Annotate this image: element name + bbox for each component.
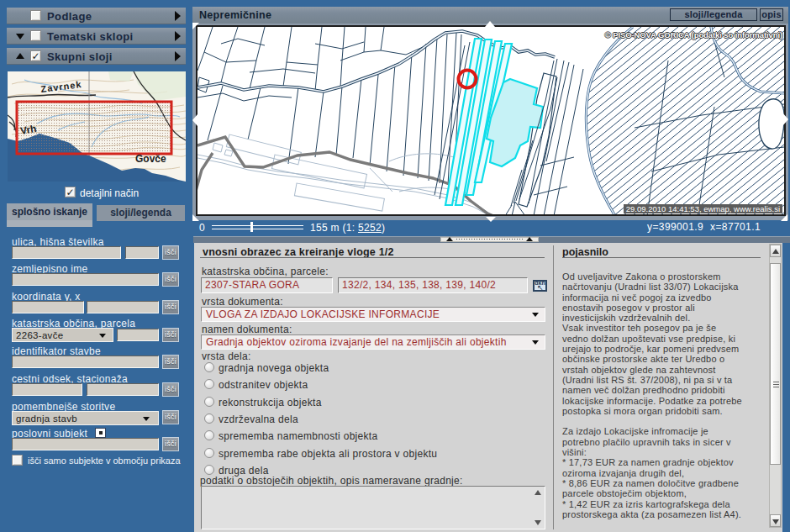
svg-text:Govče: Govče (135, 153, 166, 165)
